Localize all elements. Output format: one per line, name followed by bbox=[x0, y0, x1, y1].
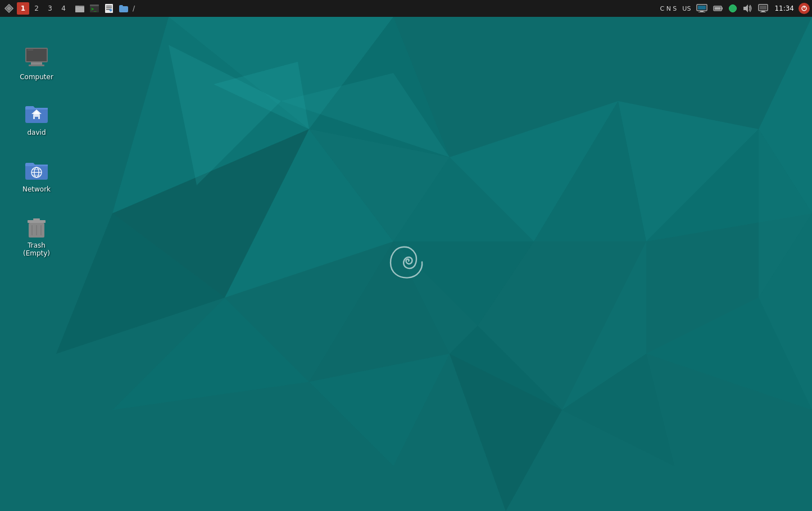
network-icon-image bbox=[23, 157, 50, 184]
clock-display[interactable]: 11:34 bbox=[772, 4, 796, 12]
svg-rect-14 bbox=[698, 12, 705, 12]
computer-icon-label: Computer bbox=[20, 73, 53, 81]
screen-tray-icon[interactable] bbox=[756, 3, 770, 13]
david-icon-label: david bbox=[27, 129, 46, 136]
svg-rect-56 bbox=[29, 65, 44, 66]
computer-desktop-icon[interactable]: Computer bbox=[14, 42, 59, 83]
svg-marker-18 bbox=[743, 4, 748, 12]
svg-rect-12 bbox=[698, 6, 706, 10]
taskbar: 1 2 3 4 >_ bbox=[0, 0, 812, 17]
svg-rect-57 bbox=[26, 49, 47, 61]
network-icon-label: Network bbox=[22, 185, 51, 193]
network-tray-icon[interactable] bbox=[695, 4, 709, 13]
svg-rect-6 bbox=[105, 4, 113, 13]
computer-icon-image bbox=[23, 44, 50, 71]
svg-rect-2 bbox=[75, 6, 79, 7]
svg-text:>_: >_ bbox=[91, 7, 97, 12]
locale-indicator[interactable]: US bbox=[681, 5, 692, 12]
svg-rect-1 bbox=[75, 7, 84, 12]
svg-rect-67 bbox=[33, 218, 40, 220]
trash-icon-label-line1: Trash bbox=[28, 241, 46, 249]
trash-icon-label-container: Trash (Empty) bbox=[23, 241, 50, 258]
battery-tray-icon[interactable] bbox=[711, 3, 725, 13]
svg-rect-7 bbox=[106, 6, 112, 7]
keyboard-layout-indicator[interactable]: C N S bbox=[658, 5, 678, 12]
taskbar-right: C N S US bbox=[658, 3, 810, 14]
trash-icon-label-line2: (Empty) bbox=[23, 249, 50, 257]
current-path-label: / bbox=[133, 4, 135, 12]
sound-tray-icon[interactable] bbox=[741, 3, 754, 13]
openbox-menu-icon[interactable] bbox=[2, 2, 16, 15]
david-desktop-icon[interactable]: david bbox=[14, 98, 59, 139]
desktop[interactable]: Computer david bbox=[0, 17, 812, 511]
power-button[interactable] bbox=[799, 3, 810, 14]
editor-taskbar-icon[interactable] bbox=[102, 2, 116, 15]
network-desktop-icon[interactable]: Network bbox=[14, 154, 59, 195]
svg-rect-13 bbox=[700, 11, 704, 12]
svg-rect-66 bbox=[28, 220, 46, 223]
svg-rect-8 bbox=[106, 7, 112, 8]
david-icon-image bbox=[23, 100, 50, 127]
svg-rect-21 bbox=[761, 11, 765, 12]
network-active-dot bbox=[729, 4, 737, 12]
trash-icon-image bbox=[23, 213, 50, 240]
svg-rect-22 bbox=[760, 12, 766, 12]
file-manager-taskbar-icon[interactable] bbox=[73, 2, 87, 15]
svg-rect-16 bbox=[722, 7, 723, 10]
workspace-2-button[interactable]: 2 bbox=[30, 2, 43, 15]
terminal-taskbar-icon[interactable]: >_ bbox=[88, 2, 101, 15]
svg-rect-55 bbox=[31, 62, 42, 65]
network-status-indicator[interactable] bbox=[727, 4, 738, 12]
workspace-1-button[interactable]: 1 bbox=[17, 2, 29, 15]
workspace-4-button[interactable]: 4 bbox=[57, 2, 70, 15]
trash-desktop-icon[interactable]: Trash (Empty) bbox=[14, 211, 59, 260]
svg-rect-20 bbox=[760, 6, 766, 10]
workspace-3-button[interactable]: 3 bbox=[44, 2, 56, 15]
svg-rect-4 bbox=[90, 4, 99, 6]
svg-rect-17 bbox=[715, 7, 721, 10]
folder-taskbar-icon[interactable] bbox=[117, 2, 130, 15]
taskbar-left: 1 2 3 4 >_ bbox=[2, 2, 658, 15]
